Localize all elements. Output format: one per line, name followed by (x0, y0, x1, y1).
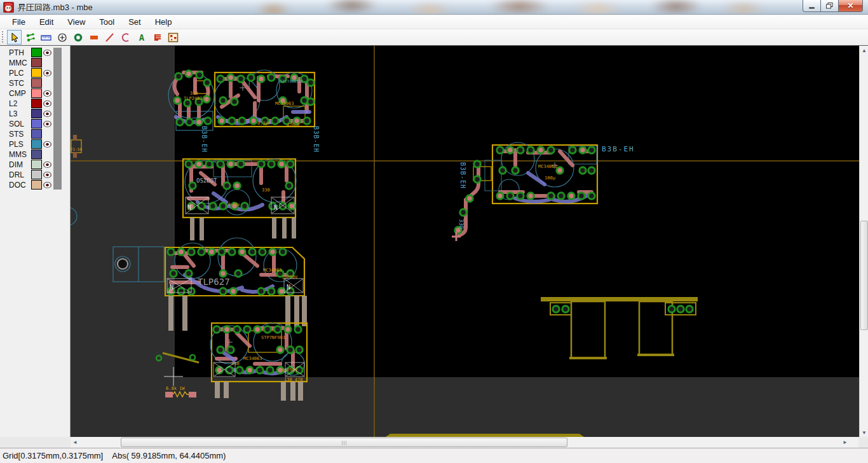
layer-color-swatch[interactable] (31, 88, 42, 98)
visibility-eye-icon[interactable] (43, 70, 51, 76)
tool-pattern-button[interactable] (166, 30, 180, 45)
layer-color-swatch[interactable] (31, 129, 42, 139)
layer-color-swatch[interactable] (31, 170, 42, 179)
resistor-symbol[interactable]: 6.8k 1W (165, 386, 196, 397)
vertical-scroll-thumb[interactable] (860, 221, 868, 330)
tool-wire-button[interactable] (23, 30, 37, 45)
menu-file[interactable]: File (5, 15, 32, 29)
layer-color-swatch[interactable] (31, 109, 42, 118)
svg-text:330: 330 (458, 219, 465, 229)
svg-text:STP7NF901: STP7NF901 (261, 335, 285, 340)
visibility-eye-icon[interactable] (43, 182, 51, 188)
visibility-eye-icon[interactable] (43, 121, 51, 127)
svg-text:B3B-EH: B3B-EH (201, 126, 208, 153)
tool-bar: A (0, 29, 868, 45)
svg-text:N: N (170, 284, 173, 291)
layer-color-swatch[interactable] (31, 78, 42, 88)
menu-help[interactable]: Help (148, 15, 179, 29)
svg-text:N: N (187, 204, 191, 211)
visibility-eye-icon[interactable] (43, 172, 51, 178)
layer-color-swatch[interactable] (31, 180, 42, 190)
visibility-eye-icon[interactable] (43, 111, 51, 117)
scrollbar-corner (858, 437, 868, 448)
aero-glass-blur (229, 0, 788, 15)
component-pins (215, 382, 303, 401)
svg-text:100μ: 100μ (545, 176, 556, 181)
title-bar[interactable]: 昇圧回路.mb3 - mbe ✕ (0, 0, 868, 15)
layer-panel-scroll-thumb[interactable] (53, 48, 62, 190)
svg-text:STCT0055TE: STCT0055TE (280, 79, 304, 83)
layer-color-swatch[interactable] (31, 99, 42, 108)
layer-name: PLC (9, 69, 24, 78)
toolbar-grip[interactable] (1, 31, 4, 44)
window-title: 昇圧回路.mb3 - mbe (18, 2, 93, 13)
visibility-eye-icon[interactable] (43, 162, 51, 168)
tool-pad-button[interactable] (71, 30, 85, 45)
tool-fill-rect-button[interactable] (86, 30, 101, 45)
line-icon (105, 32, 115, 43)
tool-text-button[interactable]: A (134, 30, 149, 45)
tool-zoom-button[interactable] (55, 30, 69, 45)
svg-text:B3B-EH: B3B-EH (313, 126, 320, 153)
left-edge-component[interactable]: F2-50 (71, 135, 82, 158)
visibility-eye-icon[interactable] (43, 50, 51, 56)
layer-color-swatch[interactable] (31, 139, 42, 149)
layer-name: L3 (9, 109, 17, 118)
layer-name: MMS (9, 150, 27, 159)
layer-name: PTH (9, 48, 24, 57)
pcb-canvas[interactable]: 330 TLP2403 B3B-EH (71, 46, 859, 438)
svg-text:MC34063: MC34063 (275, 101, 294, 106)
scroll-right-icon[interactable]: ► (841, 437, 850, 448)
horizontal-scrollbar-row: ◄ ► (0, 437, 868, 448)
horizontal-scrollbar[interactable]: ◄ ► (71, 437, 859, 448)
horizontal-scroll-thumb[interactable] (121, 438, 567, 447)
layer-color-swatch[interactable] (31, 119, 42, 128)
tool-stack-button[interactable] (150, 30, 165, 45)
layer-name: L2 (9, 99, 17, 108)
layer-color-swatch[interactable] (31, 160, 42, 169)
menu-view[interactable]: View (60, 15, 92, 29)
layer-color-swatch[interactable] (31, 48, 42, 57)
scroll-up-icon[interactable]: ▲ (860, 46, 868, 55)
layer-stack-icon (153, 32, 163, 43)
vertical-scrollbar[interactable]: ▲ ▼ (859, 46, 868, 438)
layer-color-swatch[interactable] (31, 68, 42, 78)
main-area: PTH MMC PLC STC CMP L2 L3 SOL STS PLS MM… (0, 45, 868, 437)
minimize-button[interactable] (803, 0, 821, 12)
svg-text:OS2OOT: OS2OOT (196, 177, 217, 184)
svg-text:N: N (287, 284, 290, 291)
app-window: 昇圧回路.mb3 - mbe ✕ File Edit View Tool Set… (0, 0, 868, 463)
svg-text:470μF: 470μF (287, 123, 300, 128)
app-icon (3, 2, 14, 13)
menu-set[interactable]: Set (121, 15, 148, 29)
restore-icon (826, 3, 833, 9)
layer-name: DRL (9, 170, 24, 179)
svg-text:330: 330 (190, 91, 198, 96)
restore-button[interactable] (821, 0, 838, 12)
close-button[interactable]: ✕ (838, 0, 863, 12)
cursor-arrow-icon (10, 32, 20, 43)
tool-line-button[interactable] (102, 30, 117, 45)
circle-plus-icon (57, 32, 67, 43)
scroll-left-icon[interactable]: ◄ (71, 437, 79, 448)
visibility-eye-icon[interactable] (43, 100, 51, 107)
svg-text:B3B-EH: B3B-EH (602, 145, 635, 153)
visibility-eye-icon[interactable] (43, 141, 51, 148)
tool-ruler-button[interactable] (39, 30, 53, 45)
visibility-eye-icon[interactable] (43, 90, 51, 97)
svg-text:TLP627: TLP627 (198, 277, 230, 287)
layer-color-swatch[interactable] (31, 58, 42, 67)
tool-arc-button[interactable] (118, 30, 133, 45)
menu-bar: File Edit View Tool Set Help (0, 15, 868, 29)
menu-edit[interactable]: Edit (32, 15, 60, 29)
layer-panel-scrollbar[interactable] (53, 48, 62, 439)
menu-tool[interactable]: Tool (92, 15, 121, 29)
dimension-box-component[interactable] (113, 247, 164, 282)
scroll-down-icon[interactable]: ▼ (860, 428, 868, 438)
layer-color-swatch[interactable] (31, 149, 42, 159)
svg-text:6.8k 1W: 6.8k 1W (166, 386, 185, 391)
status-abs-position: Abs( 59.9185mm, 64.4405mm) (112, 451, 226, 460)
text-a-icon: A (137, 32, 147, 43)
tool-select-button[interactable] (7, 30, 22, 45)
pad-pattern-icon (168, 32, 179, 43)
